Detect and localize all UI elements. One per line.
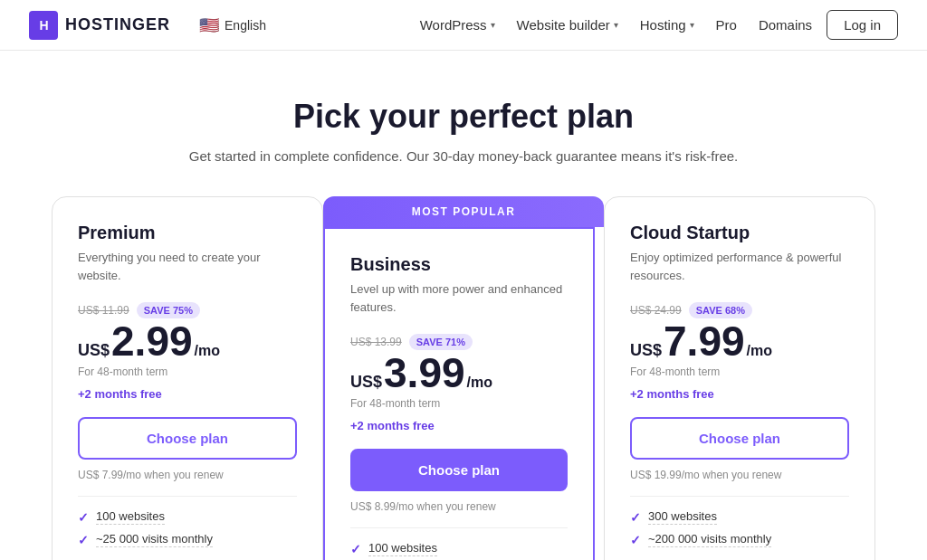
popular-badge: MOST POPULAR: [323, 196, 604, 227]
language-label: English: [225, 18, 266, 33]
list-item: ✓ ~200 000 visits monthly: [630, 532, 849, 547]
original-price: US$ 24.99: [630, 304, 682, 317]
plan-desc: Enjoy optimized performance & powerful r…: [630, 249, 849, 284]
logo-box: H: [29, 11, 58, 40]
plan-name: Cloud Startup: [630, 223, 849, 243]
nav-pro[interactable]: Pro: [716, 17, 737, 33]
feature-text: ~200 000 visits monthly: [648, 532, 771, 547]
price-term: For 48-month term: [630, 365, 849, 378]
price-main: US$ 2.99 /mo: [78, 320, 297, 362]
choose-plan-button-business[interactable]: Choose plan: [350, 449, 568, 491]
hero-section: Pick your perfect plan Get started in co…: [0, 51, 927, 196]
price-currency: US$: [350, 373, 382, 392]
features-list: ✓ 100 websites ✓ ~25 000 visits monthly: [78, 509, 297, 547]
plan-name: Business: [350, 254, 568, 275]
nav-hosting-label: Hosting: [640, 17, 686, 33]
pricing-cards: Premium Everything you need to create yo…: [2, 196, 925, 560]
plan-card-premium: Premium Everything you need to create yo…: [52, 196, 323, 560]
check-icon: ✓: [78, 533, 89, 547]
language-selector[interactable]: 🇺🇸 English: [199, 15, 266, 35]
plan-name: Premium: [78, 223, 297, 243]
plan-card-business: Business Level up with more power and en…: [323, 227, 595, 560]
logo-letter: H: [39, 18, 47, 33]
original-price: US$ 13.99: [350, 336, 402, 348]
save-badge: SAVE 68%: [689, 302, 752, 318]
price-currency: US$: [78, 341, 110, 360]
divider: [78, 496, 297, 497]
months-free: +2 months free: [630, 387, 849, 401]
plan-desc: Level up with more power and enhanced fe…: [350, 280, 568, 316]
page-title: Pick your perfect plan: [18, 98, 909, 136]
feature-text: ~25 000 visits monthly: [96, 532, 213, 547]
price-amount: 2.99: [111, 320, 193, 362]
price-per: /mo: [747, 343, 772, 359]
price-main: US$ 3.99 /mo: [350, 352, 568, 394]
divider: [350, 527, 568, 528]
nav-website-builder[interactable]: Website builder ▾: [517, 17, 618, 33]
features-list: ✓ 300 websites ✓ ~200 000 visits monthly: [630, 509, 849, 547]
logo[interactable]: H HOSTINGER: [29, 11, 170, 40]
hero-subtitle: Get started in complete confidence. Our …: [18, 148, 909, 164]
list-item: ✓ 300 websites: [630, 509, 849, 525]
price-amount: 7.99: [664, 320, 745, 362]
price-row: US$ 13.99 SAVE 71%: [350, 334, 568, 350]
check-icon: ✓: [630, 533, 641, 547]
check-icon: ✓: [630, 510, 641, 525]
navbar: H HOSTINGER 🇺🇸 English WordPress ▾ Websi…: [0, 0, 927, 51]
features-list: ✓ 100 websites ✓ ~100 000 visits monthly: [350, 541, 568, 560]
price-main: US$ 7.99 /mo: [630, 320, 849, 362]
plan-card-cloud-startup: Cloud Startup Enjoy optimized performanc…: [604, 196, 875, 560]
nav-domains[interactable]: Domains: [759, 17, 812, 33]
chevron-down-icon: ▾: [690, 20, 694, 30]
check-icon: ✓: [78, 510, 89, 525]
login-button[interactable]: Log in: [827, 10, 898, 40]
chevron-down-icon: ▾: [614, 20, 618, 30]
check-icon: ✓: [350, 542, 361, 556]
choose-plan-button-cloud-startup[interactable]: Choose plan: [630, 417, 849, 460]
renew-price: US$ 7.99/mo when you renew: [78, 469, 297, 481]
plan-desc: Everything you need to create your websi…: [78, 249, 297, 284]
nav-hosting[interactable]: Hosting ▾: [640, 17, 694, 33]
nav-menu: WordPress ▾ Website builder ▾ Hosting ▾ …: [420, 17, 737, 33]
nav-wordpress-label: WordPress: [420, 17, 487, 33]
save-badge: SAVE 71%: [409, 334, 473, 350]
price-per: /mo: [195, 343, 220, 359]
feature-text: 100 websites: [368, 541, 437, 556]
list-item: ✓ ~25 000 visits monthly: [78, 532, 297, 547]
months-free: +2 months free: [78, 387, 297, 401]
price-term: For 48-month term: [78, 365, 297, 378]
months-free: +2 months free: [350, 419, 568, 432]
list-item: ✓ 100 websites: [78, 509, 297, 525]
list-item: ✓ 100 websites: [350, 541, 568, 556]
feature-text: 100 websites: [96, 509, 165, 525]
price-term: For 48-month term: [350, 397, 568, 410]
price-row: US$ 11.99 SAVE 75%: [78, 302, 297, 318]
renew-price: US$ 8.99/mo when you renew: [350, 500, 568, 513]
renew-price: US$ 19.99/mo when you renew: [630, 469, 849, 481]
chevron-down-icon: ▾: [491, 20, 495, 30]
original-price: US$ 11.99: [78, 304, 129, 317]
divider: [630, 496, 849, 497]
logo-name: HOSTINGER: [65, 15, 170, 34]
price-per: /mo: [467, 375, 492, 391]
nav-website-builder-label: Website builder: [517, 17, 610, 33]
flag-icon: 🇺🇸: [199, 15, 219, 35]
price-amount: 3.99: [384, 352, 465, 394]
price-row: US$ 24.99 SAVE 68%: [630, 302, 849, 318]
feature-text: 300 websites: [648, 509, 717, 525]
nav-pro-label: Pro: [716, 17, 737, 33]
nav-wordpress[interactable]: WordPress ▾: [420, 17, 495, 33]
plan-popular-wrapper: MOST POPULAR Business Level up with more…: [323, 196, 604, 560]
price-currency: US$: [630, 341, 662, 360]
save-badge: SAVE 75%: [137, 302, 200, 318]
choose-plan-button-premium[interactable]: Choose plan: [78, 417, 297, 460]
